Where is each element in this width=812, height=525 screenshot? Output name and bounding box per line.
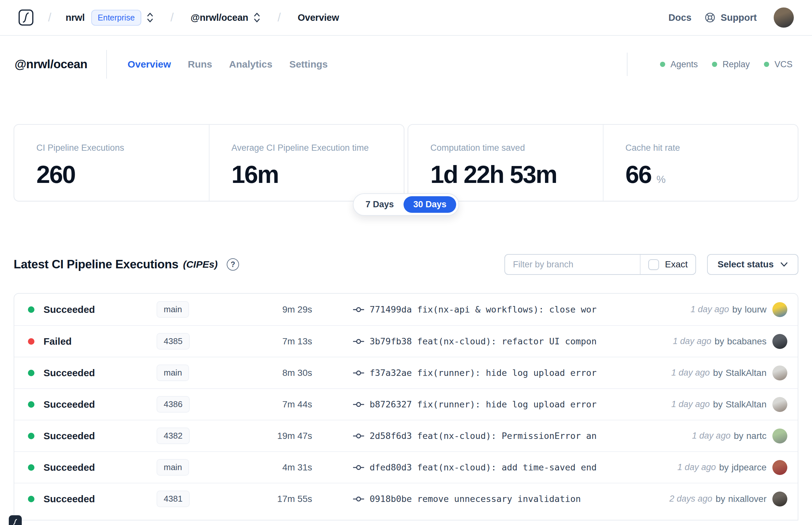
- breadcrumb-org[interactable]: nrwl: [66, 12, 85, 23]
- plan-badge[interactable]: Enterprise: [91, 10, 141, 26]
- table-row[interactable]: Succeeded 4381 17m 55s 0918b0be remove u…: [14, 483, 798, 514]
- vcs-status-dot: [764, 62, 769, 67]
- duration: 8m 30s: [242, 368, 312, 378]
- status-label: Succeeded: [44, 462, 95, 473]
- help-icon[interactable]: ?: [227, 258, 239, 271]
- commit-text: 2d58f6d3 feat(nx-cloud): PermissionError…: [370, 431, 596, 441]
- tab-overview[interactable]: Overview: [128, 59, 171, 70]
- branch-badge[interactable]: 4386: [156, 396, 190, 412]
- commit-icon: [353, 306, 364, 313]
- duration: 17m 55s: [242, 494, 312, 504]
- divider: [106, 50, 107, 79]
- author: nartc: [746, 431, 767, 441]
- docs-link[interactable]: Docs: [669, 12, 691, 23]
- author: StalkAltan: [725, 368, 767, 378]
- cipe-table: Succeeded main 9m 29s 771499da fix(nx-ap…: [14, 293, 798, 521]
- status-label: Succeeded: [44, 304, 95, 315]
- author: lourw: [745, 304, 767, 315]
- commit-text: 3b79fb38 feat(nx-cloud): refactor UI com…: [370, 336, 596, 346]
- workspace-switcher-icon[interactable]: [253, 12, 260, 23]
- table-row[interactable]: Succeeded main 9m 29s 771499da fix(nx-ap…: [14, 294, 798, 325]
- branch-badge[interactable]: 4385: [156, 333, 190, 349]
- duration: 7m 44s: [242, 399, 312, 410]
- author: jdpearce: [732, 462, 767, 473]
- top-bar: / nrwl Enterprise / @nrwl/ocean / Overvi…: [0, 0, 812, 36]
- author-avatar: [772, 302, 787, 317]
- tab-settings[interactable]: Settings: [289, 59, 328, 70]
- workspace-tabs: Overview Runs Analytics Settings: [128, 59, 328, 70]
- table-row[interactable]: Succeeded main 4m 31s dfed80d3 feat(nx-c…: [14, 451, 798, 483]
- date-range-toggle: 7 Days 30 Days: [353, 193, 459, 216]
- branch-badge[interactable]: 4382: [156, 427, 190, 444]
- author: nixallover: [728, 494, 767, 504]
- stat-ci-pipeline-executions: CI Pipeline Executions 260: [14, 125, 209, 201]
- time-ago: 1 day ago: [692, 431, 731, 441]
- author-avatar: [772, 492, 787, 507]
- commit-icon: [353, 401, 364, 408]
- author-avatar: [772, 460, 787, 475]
- breadcrumb-page: Overview: [297, 12, 339, 23]
- stat-card-left: CI Pipeline Executions 260 Average CI Pi…: [14, 124, 404, 201]
- floating-logo-button[interactable]: [9, 515, 22, 525]
- author-avatar: [772, 397, 787, 412]
- exact-checkbox[interactable]: [648, 259, 659, 270]
- time-ago: 1 day ago: [691, 304, 729, 314]
- stat-average-execution-time: Average CI Pipeline Execution time 16m: [209, 125, 404, 201]
- branch-badge[interactable]: main: [156, 459, 189, 476]
- nx-cloud-logo-icon[interactable]: [18, 9, 34, 26]
- status-dot: [28, 338, 34, 345]
- author: StalkAltan: [725, 399, 767, 410]
- stat-computation-time-saved: Computation time saved 1d 22h 53m: [408, 125, 603, 201]
- commit-text: dfed80d3 feat(nx-cloud): add time-saved …: [370, 462, 596, 472]
- status-select-button[interactable]: Select status: [707, 254, 798, 275]
- time-ago: 1 day ago: [671, 368, 710, 378]
- status-label: Succeeded: [44, 431, 95, 441]
- status-dot: [28, 433, 34, 439]
- branch-filter-input[interactable]: [505, 255, 640, 274]
- workspace-title: @nrwl/ocean: [15, 58, 87, 71]
- branch-badge[interactable]: 4381: [156, 491, 190, 507]
- status-dot: [28, 464, 34, 471]
- stat-cache-hit-rate: Cache hit rate 66%: [603, 125, 798, 201]
- support-link[interactable]: Support: [704, 11, 757, 24]
- service-status-agents[interactable]: Agents: [660, 59, 698, 70]
- user-avatar[interactable]: [774, 7, 794, 28]
- status-dot: [28, 401, 34, 408]
- section-title-suffix: (CIPEs): [183, 259, 218, 270]
- breadcrumb-separator: /: [170, 11, 174, 24]
- table-row[interactable]: Succeeded main 8m 30s f37a32ae fix(runne…: [14, 357, 798, 388]
- cipe-section-header: Latest CI Pipeline Executions (CIPEs) ? …: [14, 254, 798, 275]
- service-status-vcs[interactable]: VCS: [764, 59, 793, 70]
- range-30-days[interactable]: 30 Days: [403, 196, 456, 213]
- branch-badge[interactable]: main: [156, 301, 189, 318]
- duration: 4m 31s: [242, 462, 312, 473]
- tab-runs[interactable]: Runs: [188, 59, 212, 70]
- breadcrumb-separator: /: [277, 11, 281, 24]
- commit-icon: [353, 432, 364, 439]
- status-dot: [28, 496, 34, 502]
- org-switcher-icon[interactable]: [147, 12, 154, 23]
- status-label: Failed: [44, 336, 72, 347]
- commit-text: f37a32ae fix(runner): hide log upload er…: [370, 368, 596, 378]
- range-7-days[interactable]: 7 Days: [356, 196, 403, 213]
- lifebuoy-icon: [704, 11, 716, 24]
- time-ago: 1 day ago: [677, 462, 716, 472]
- table-row[interactable]: Succeeded 4382 19m 47s 2d58f6d3 feat(nx-…: [14, 420, 798, 451]
- commit-text: 771499da fix(nx-api & workflows): close …: [370, 304, 596, 314]
- stats-section: CI Pipeline Executions 260 Average CI Pi…: [14, 124, 798, 201]
- branch-badge[interactable]: main: [156, 364, 189, 381]
- branch-filter-group: Exact: [504, 254, 696, 275]
- status-dot: [28, 370, 34, 376]
- service-status-replay[interactable]: Replay: [712, 59, 750, 70]
- status-dot: [28, 306, 34, 313]
- breadcrumb-workspace[interactable]: @nrwl/ocean: [191, 12, 248, 23]
- agents-status-dot: [660, 62, 665, 67]
- workspace-header: @nrwl/ocean Overview Runs Analytics Sett…: [0, 36, 812, 93]
- tab-analytics[interactable]: Analytics: [229, 59, 272, 70]
- table-row[interactable]: Succeeded 4386 7m 44s b8726327 fix(runne…: [14, 388, 798, 420]
- status-label: Succeeded: [44, 368, 95, 378]
- commit-text: b8726327 fix(runner): hide log upload er…: [370, 399, 596, 409]
- duration: 9m 29s: [242, 304, 312, 315]
- table-row[interactable]: Failed 4385 7m 13s 3b79fb38 feat(nx-clou…: [14, 325, 798, 357]
- breadcrumb-separator: /: [48, 11, 51, 24]
